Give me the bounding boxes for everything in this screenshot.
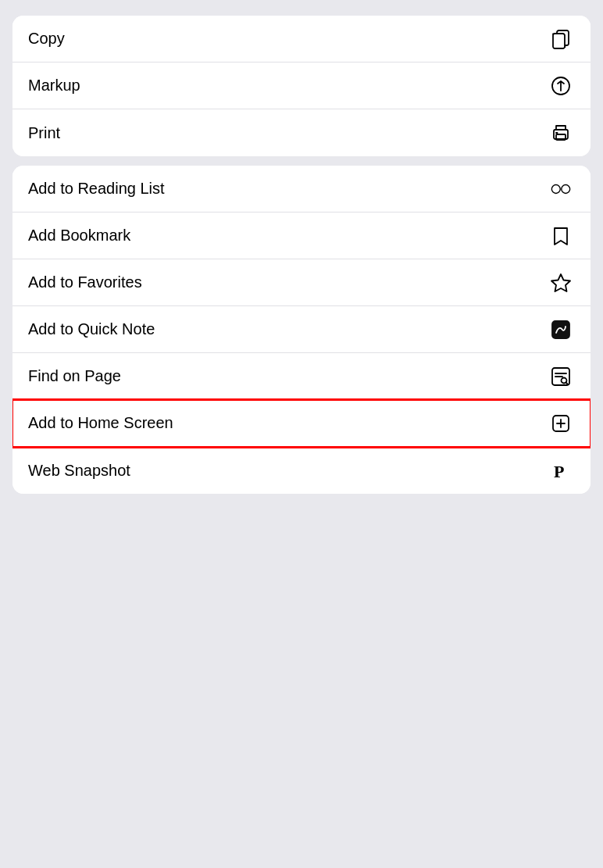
home-screen-label: Add to Home Screen <box>28 414 173 432</box>
home-screen-icon <box>547 409 575 438</box>
find-label: Find on Page <box>28 367 121 385</box>
copy-icon <box>547 25 575 53</box>
web-snapshot-label: Web Snapshot <box>28 462 130 480</box>
print-icon <box>547 119 575 147</box>
quick-note-label: Add to Quick Note <box>28 320 155 338</box>
markup-menu-item[interactable]: Markup <box>12 63 591 109</box>
print-menu-item[interactable]: Print <box>12 109 591 156</box>
svg-point-5 <box>551 184 560 193</box>
svg-text:P: P <box>554 462 564 481</box>
add-bookmark-menu-item[interactable]: Add Bookmark <box>12 213 591 259</box>
add-quick-note-menu-item[interactable]: Add to Quick Note <box>12 306 591 353</box>
svg-rect-9 <box>552 321 569 338</box>
reading-list-label: Add to Reading List <box>28 180 165 198</box>
favorites-label: Add to Favorites <box>28 273 142 291</box>
copy-menu-item[interactable]: Copy <box>12 16 591 63</box>
menu-group-2: Add to Reading List Add Bookmark Add to … <box>12 166 591 494</box>
favorites-icon <box>547 269 575 297</box>
markup-label: Markup <box>28 77 80 95</box>
print-label: Print <box>28 124 60 142</box>
markup-icon <box>547 72 575 100</box>
add-reading-list-menu-item[interactable]: Add to Reading List <box>12 166 591 213</box>
reading-list-icon <box>547 175 575 203</box>
quick-note-icon <box>547 316 575 344</box>
find-on-page-menu-item[interactable]: Find on Page <box>12 353 591 400</box>
bookmark-label: Add Bookmark <box>28 227 130 245</box>
web-snapshot-icon: P <box>547 456 575 484</box>
bookmark-icon <box>547 222 575 250</box>
find-icon <box>547 363 575 391</box>
copy-label: Copy <box>28 30 65 48</box>
svg-rect-1 <box>553 34 565 48</box>
add-home-screen-menu-item[interactable]: Add to Home Screen <box>12 400 591 447</box>
svg-marker-8 <box>551 274 570 291</box>
web-snapshot-menu-item[interactable]: Web Snapshot P <box>12 447 591 494</box>
add-favorites-menu-item[interactable]: Add to Favorites <box>12 259 591 306</box>
svg-line-14 <box>566 382 569 384</box>
svg-point-6 <box>562 184 570 193</box>
menu-group-1: Copy Markup Print <box>12 16 591 156</box>
